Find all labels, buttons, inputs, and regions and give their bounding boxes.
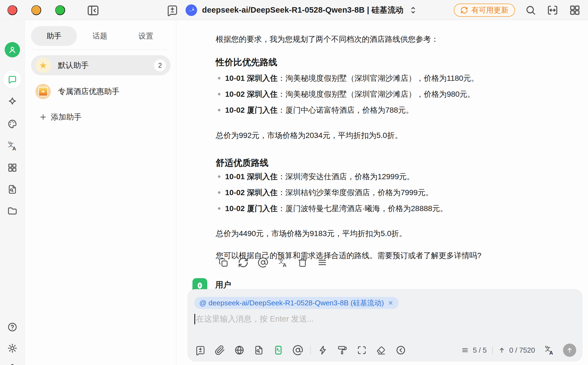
paint-roller-icon[interactable] — [336, 344, 348, 356]
mention-at-icon[interactable] — [257, 257, 269, 268]
section-heading: 舒适优质路线 — [216, 157, 268, 169]
mini-apps-icon[interactable] — [0, 162, 25, 173]
help-icon[interactable] — [0, 322, 25, 333]
chat-area: 根据您的要求，我为您规划了两个不同档次的酒店路线供您参考： 性价比优先路线 10… — [177, 20, 588, 365]
mini-apps-grid-icon[interactable] — [569, 4, 581, 16]
mention-model-at-icon[interactable] — [292, 344, 304, 356]
delete-trash-icon[interactable] — [297, 257, 308, 268]
topic-count-badge: 2 — [154, 59, 166, 71]
user-label: 用户 — [215, 280, 231, 291]
files-folder-icon[interactable] — [0, 205, 25, 216]
list-item: 10-01 深圳入住：洵美秘境度假别墅（深圳官湖沙滩店），价格为1180元。 — [216, 73, 479, 84]
titlebar: deepseek-ai/DeepSeek-R1-0528-Qwen3-8B | … — [0, 0, 588, 20]
deepseek-logo-icon — [186, 4, 197, 16]
tab-assistants[interactable]: 助手 — [31, 26, 77, 46]
message-input[interactable]: 在这里输入消息，按 Enter 发送... — [194, 313, 314, 326]
remove-mention-icon[interactable] — [388, 300, 394, 306]
sunrise-emoji-icon — [35, 84, 51, 99]
plus-icon — [39, 113, 47, 121]
model-selector[interactable]: deepseek-ai/DeepSeek-R1-0528-Qwen3-8B | … — [186, 0, 418, 20]
toolbar-divider — [310, 345, 311, 355]
panel-tabs: 助手 话题 设置 — [31, 26, 169, 46]
rail-chat-button[interactable] — [0, 70, 25, 89]
update-available-button[interactable]: 有可用更新 — [454, 4, 515, 17]
tab-settings[interactable]: 设置 — [123, 26, 169, 46]
copy-icon[interactable] — [218, 257, 229, 268]
mention-model-chip[interactable]: @ deepseek-ai/DeepSeek-R1-0528-Qwen3-8B … — [194, 297, 399, 309]
text-caret — [194, 314, 195, 324]
search-icon[interactable] — [525, 4, 536, 16]
user-avatar[interactable] — [0, 42, 25, 57]
list-item: 10-02 厦门入住：厦门中心诺富特酒店，价格为788元。 — [216, 105, 479, 116]
add-assistant-button[interactable]: 添加助手 — [38, 112, 83, 123]
hotel-list-budget: 10-01 深圳入住：洵美秘境度假别墅（深圳官湖沙滩店），价格为1180元。 1… — [216, 73, 479, 121]
attachment-paperclip-icon[interactable] — [214, 344, 226, 356]
expand-width-icon[interactable] — [546, 4, 559, 16]
token-count: 0 / 7520 — [509, 346, 535, 355]
arrow-up-icon — [498, 347, 505, 354]
paintings-palette-icon[interactable] — [0, 118, 25, 129]
translate-icon[interactable] — [277, 257, 289, 268]
section-summary: 总价为4490元，市场价格为9183元，平均折扣为5.0折。 — [216, 228, 407, 239]
assistant-item-hotel[interactable]: 专属酒店优惠助手 — [31, 81, 170, 101]
refresh-icon — [460, 6, 468, 14]
model-title: deepseek-ai/DeepSeek-R1-0528-Qwen3-8B | … — [202, 5, 404, 16]
expand-scan-icon[interactable] — [356, 344, 368, 356]
translate-icon[interactable] — [0, 140, 25, 151]
update-available-label: 有可用更新 — [471, 5, 508, 15]
assistant-name: 专属酒店优惠助手 — [58, 86, 119, 97]
settings-gear-icon[interactable] — [0, 363, 25, 365]
context-count: 5 / 5 — [473, 346, 487, 355]
star-emoji-icon: ★ — [35, 58, 51, 73]
divider — [31, 49, 168, 50]
web-search-globe-icon[interactable] — [233, 344, 245, 356]
context-menu-icon — [461, 346, 469, 354]
list-item: 10-02 深圳入住：深圳桔钓沙莱华度假酒店，价格为7999元。 — [216, 187, 448, 198]
section-heading: 性价比优先路线 — [216, 56, 277, 68]
mention-chip-label: @ deepseek-ai/DeepSeek-R1-0528-Qwen3-8B … — [199, 298, 384, 308]
send-button[interactable] — [563, 344, 576, 357]
window-controls — [7, 5, 65, 15]
quick-phrases-lightning-icon[interactable] — [317, 344, 329, 356]
collapse-circle-icon[interactable] — [395, 344, 407, 356]
mcp-terminal-icon[interactable] — [272, 344, 284, 356]
zoom-window-button[interactable] — [55, 5, 65, 15]
theme-sun-icon[interactable] — [0, 343, 25, 354]
close-window-button[interactable] — [7, 5, 17, 15]
assistant-item-default[interactable]: ★ 默认助手 2 — [31, 55, 170, 75]
list-item: 10-01 深圳入住：深圳湾安达仕酒店，价格为12999元。 — [216, 171, 448, 182]
message-action-bar — [218, 257, 328, 268]
regenerate-icon[interactable] — [237, 257, 249, 268]
new-topic-icon[interactable] — [166, 4, 179, 16]
knowledge-doc-search-icon[interactable] — [0, 184, 25, 195]
knowledge-doc-search-icon[interactable] — [253, 344, 265, 356]
hotel-list-premium: 10-01 深圳入住：深圳湾安达仕酒店，价格为12999元。 10-02 深圳入… — [216, 171, 448, 219]
add-assistant-label: 添加助手 — [51, 112, 82, 122]
list-item: 10-02 厦门入住：厦门波特曼七星湾酒店·曦海，价格为28888元。 — [216, 203, 448, 214]
more-menu-icon[interactable] — [317, 257, 328, 268]
agents-star-icon[interactable] — [0, 96, 25, 107]
section-summary: 总价为992元，市场价格为2034元，平均折扣为5.0折。 — [216, 130, 402, 141]
translate-input-icon[interactable] — [544, 345, 555, 356]
divider — [492, 346, 493, 354]
clear-eraser-icon[interactable] — [375, 344, 387, 356]
left-rail — [0, 20, 25, 365]
chevron-updown-icon — [408, 5, 418, 15]
composer-toolbar: 5 / 5 0 / 7520 — [194, 344, 576, 357]
assistants-panel: 助手 话题 设置 ★ 默认助手 2 专属酒店优惠助手 添加助手 — [25, 20, 176, 365]
minimize-window-button[interactable] — [31, 5, 41, 15]
assistant-name: 默认助手 — [58, 60, 89, 71]
message-intro: 根据您的要求，我为您规划了两个不同档次的酒店路线供您参考： — [216, 34, 439, 45]
tab-topics[interactable]: 话题 — [77, 26, 123, 46]
new-topic-icon[interactable] — [194, 344, 206, 356]
composer[interactable]: @ deepseek-ai/DeepSeek-R1-0528-Qwen3-8B … — [188, 289, 582, 361]
collapse-sidebar-icon[interactable] — [86, 4, 100, 17]
input-placeholder: 在这里输入消息，按 Enter 发送... — [196, 314, 314, 325]
list-item: 10-02 深圳入住：洵美秘境度假别墅（深圳官湖沙滩店），价格为980元。 — [216, 89, 479, 100]
chat-icon — [3, 70, 21, 89]
